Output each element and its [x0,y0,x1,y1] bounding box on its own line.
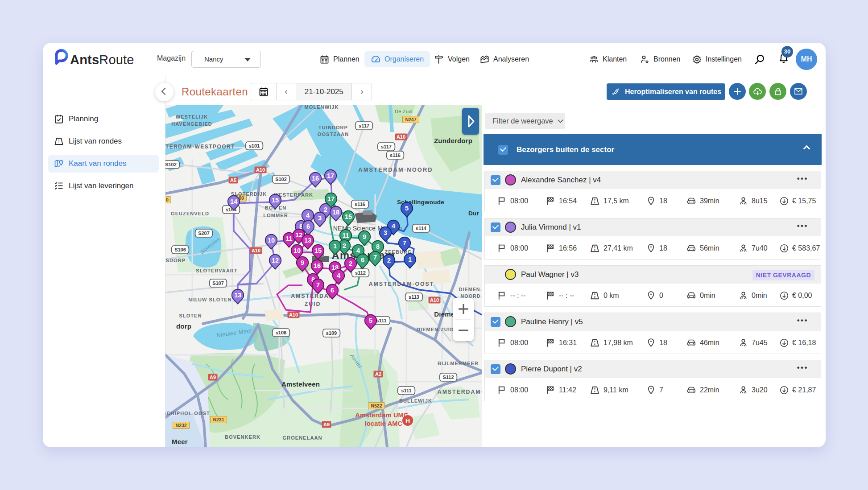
svg-text:12: 12 [295,231,302,239]
svg-text:s117: s117 [381,144,392,149]
svg-text:6: 6 [306,223,310,230]
svg-text:N231: N231 [213,417,224,422]
svg-text:2: 2 [343,242,346,249]
svg-text:A10: A10 [252,248,260,253]
svg-text:locatie AMC: locatie AMC [365,420,403,427]
svg-text:S102: S102 [165,162,177,167]
svg-text:DIEMEN-: DIEMEN- [459,287,482,292]
svg-text:11: 11 [342,232,349,239]
svg-text:OOSTZAAN: OOSTZAAN [318,132,349,137]
svg-text:S102: S102 [275,177,287,182]
svg-text:HAVENGEBIED: HAVENGEBIED [171,121,212,127]
svg-text:dorp: dorp [176,322,191,330]
svg-text:A10: A10 [430,297,439,303]
svg-text:Amstelveen: Amstelveen [281,380,320,388]
svg-text:4: 4 [392,222,395,230]
svg-text:AMSTERDAM-NOORD: AMSTERDAM-NOORD [358,166,433,173]
svg-text:7: 7 [373,254,377,261]
svg-text:12: 12 [272,257,279,264]
svg-text:18: 18 [332,209,339,216]
svg-text:GROENELAAN: GROENELAAN [282,435,322,441]
svg-text:BULLEWIJK: BULLEWIJK [399,398,432,404]
svg-text:A2: A2 [375,371,381,377]
svg-text:SLOTERVAART: SLOTERVAART [196,268,237,273]
svg-text:A10: A10 [289,312,298,317]
svg-text:13: 13 [234,292,241,299]
svg-text:s116: s116 [390,152,401,158]
svg-text:4: 4 [306,212,310,219]
svg-text:16: 16 [314,262,321,269]
svg-text:ZUID: ZUID [305,301,321,307]
svg-text:11: 11 [285,235,292,242]
svg-text:15: 15 [345,213,352,220]
svg-text:4: 4 [356,247,360,254]
svg-text:15: 15 [272,197,279,204]
svg-text:4: 4 [337,272,340,279]
svg-text:s116: s116 [355,202,365,207]
svg-text:AMSTERDAM-ZUID: AMSTERDAM-ZUID [438,389,482,395]
svg-text:3: 3 [318,214,322,222]
svg-text:0: 0 [166,197,169,202]
svg-text:A9: A9 [210,375,216,380]
svg-text:2: 2 [324,206,327,213]
svg-text:S207: S207 [198,231,210,236]
svg-text:15: 15 [314,247,322,254]
svg-text:13: 13 [304,237,311,244]
svg-text:s111: s111 [376,318,386,323]
svg-text:A5: A5 [230,177,236,183]
svg-text:1: 1 [333,243,337,250]
svg-text:WESTELIJK: WESTELIJK [176,114,208,119]
svg-text:10: 10 [293,247,301,254]
svg-text:DIEMEN-ZUID: DIEMEN-ZUID [417,327,454,332]
svg-text:9: 9 [363,233,366,240]
svg-text:GEUZENVELD: GEUZENVELD [171,211,209,216]
svg-text:8: 8 [376,243,380,250]
svg-text:5: 5 [369,317,372,324]
svg-text:MOLENWIJK: MOLENWIJK [305,105,339,110]
svg-text:Meer: Meer [172,438,188,445]
svg-text:3: 3 [384,229,387,236]
svg-text:N247: N247 [405,117,416,122]
svg-text:S112: S112 [442,375,454,380]
svg-text:TERDAM-WESTPOORT: TERDAM-WESTPOORT [165,144,235,150]
svg-text:s109: s109 [326,330,337,336]
svg-text:6: 6 [331,287,334,294]
svg-text:Dur: Dur [468,210,479,217]
svg-text:1: 1 [408,256,412,263]
svg-text:s114: s114 [416,226,427,231]
svg-text:Amsterdam UMC,: Amsterdam UMC, [355,412,410,419]
svg-text:N232: N232 [175,423,186,428]
svg-text:De Zuid: De Zuid [395,109,413,114]
svg-text:Zunderdorp: Zunderdorp [434,137,472,144]
svg-text:s112: s112 [355,270,366,276]
svg-text:SCHIPHOL-OOST: SCHIPHOL-OOST [165,411,210,416]
svg-text:NIEUW SLOTEN: NIEUW SLOTEN [188,297,231,302]
svg-text:s117: s117 [359,123,369,128]
svg-text:BOVENKERK: BOVENKERK [225,434,260,440]
svg-text:2: 2 [387,257,391,264]
svg-text:16: 16 [312,175,319,182]
svg-text:BIJLMERMEER: BIJLMERMEER [438,361,479,366]
svg-text:s101: s101 [249,143,260,148]
svg-text:s111: s111 [401,388,411,393]
svg-text:S107: S107 [212,280,224,286]
svg-text:A9: A9 [323,422,330,427]
svg-text:LOMMER: LOMMER [263,213,288,218]
svg-text:OSDORP: OSDORP [165,258,186,263]
svg-text:A10: A10 [397,134,405,140]
svg-text:9: 9 [301,259,304,266]
svg-text:6: 6 [361,256,364,264]
svg-text:TUINDORP: TUINDORP [318,125,348,130]
svg-text:AMSTERDAM-OOST: AMSTERDAM-OOST [369,281,434,287]
svg-text:S106: S106 [174,247,186,252]
svg-text:N522: N522 [371,403,382,408]
svg-text:17: 17 [327,172,334,179]
svg-text:14: 14 [230,198,237,205]
svg-text:SLOTEN: SLOTEN [179,313,202,318]
svg-text:H: H [405,417,410,424]
svg-text:7: 7 [403,239,406,247]
svg-text:17: 17 [327,195,335,202]
svg-text:s113: s113 [409,294,419,300]
svg-text:s108: s108 [276,330,286,335]
svg-text:10: 10 [268,237,275,244]
